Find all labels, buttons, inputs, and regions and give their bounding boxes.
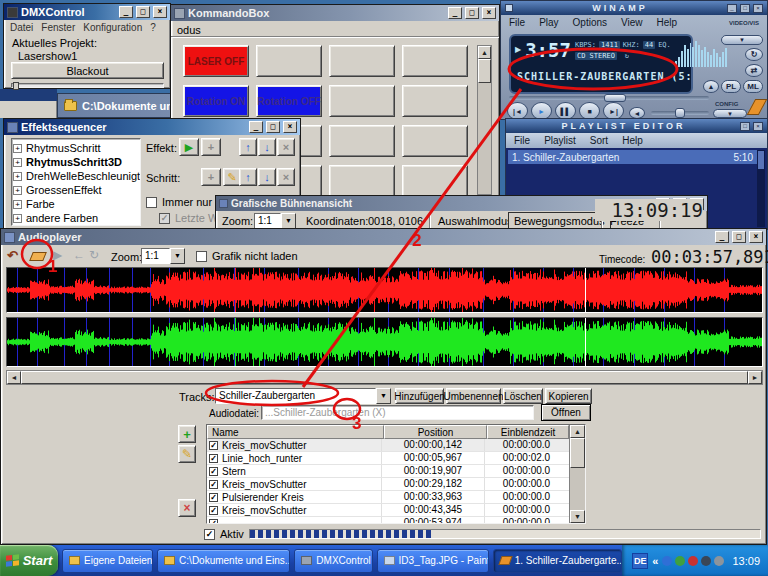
- scroll-right-icon[interactable]: ►: [748, 371, 762, 384]
- edit-effect-icon[interactable]: ✎: [178, 445, 196, 463]
- open-file-button[interactable]: Öffnen: [541, 404, 591, 421]
- tree-item[interactable]: +RhytmusSchritt3D: [13, 155, 139, 169]
- minimize-icon[interactable]: _: [715, 231, 729, 243]
- expand-plus-icon[interactable]: +: [13, 214, 22, 223]
- grafik-checkbox[interactable]: [196, 251, 207, 262]
- messenger-icon[interactable]: [662, 556, 672, 566]
- zoom-select[interactable]: 1:1 ▼: [254, 213, 296, 229]
- maximize-icon[interactable]: □: [266, 121, 280, 133]
- audiofile-field[interactable]: ...Schiller-Zaubergarten (X): [261, 405, 534, 420]
- kommando-button-rotation-on[interactable]: Rotation ON: [183, 85, 249, 117]
- scroll-left-icon[interactable]: ◄: [7, 371, 21, 384]
- minimize-icon[interactable]: _: [727, 4, 737, 13]
- step-up-icon[interactable]: ↑: [239, 168, 257, 186]
- scroll-up-icon[interactable]: ▲: [570, 425, 585, 438]
- winamp-titlebar[interactable]: WINAMP _ □ ×: [501, 1, 767, 15]
- col-name[interactable]: Name: [207, 425, 384, 439]
- playlist-scrollbar[interactable]: [757, 150, 765, 227]
- dmxcontrol-titlebar[interactable]: DMXControl _ □ ×: [4, 4, 170, 20]
- effect-delete-icon[interactable]: ×: [277, 138, 295, 156]
- delete-effect-icon[interactable]: ×: [178, 499, 196, 517]
- menu-help[interactable]: ?: [150, 22, 156, 33]
- kommando-button[interactable]: [329, 45, 395, 77]
- close-icon[interactable]: ×: [753, 4, 763, 13]
- effektsequencer-titlebar[interactable]: Effektsequencer _ □ ×: [4, 119, 300, 135]
- close-icon[interactable]: ×: [153, 6, 167, 18]
- close-icon[interactable]: ×: [749, 231, 763, 243]
- menu-konfiguration[interactable]: Konfiguration: [83, 22, 142, 33]
- task-button-c-dokumente-und-eins-[interactable]: C:\Dokumente und Eins...: [157, 549, 290, 573]
- task-icon[interactable]: [701, 556, 711, 566]
- kommando-button[interactable]: [329, 125, 395, 157]
- kommando-button[interactable]: [402, 45, 468, 77]
- blackout-button[interactable]: Blackout: [11, 62, 164, 79]
- media-library-toggle[interactable]: ML: [743, 80, 763, 93]
- expand-plus-icon[interactable]: +: [13, 158, 22, 167]
- grafik-checkbox-row[interactable]: Grafik nicht laden: [196, 250, 298, 262]
- maximize-icon[interactable]: □: [465, 7, 479, 19]
- rename-track-button[interactable]: Umbenennen: [446, 388, 501, 404]
- winamp-menu-view[interactable]: View: [621, 17, 643, 28]
- minimize-icon[interactable]: _: [448, 7, 462, 19]
- repeat-button-icon[interactable]: ↻: [745, 48, 763, 61]
- waveform-scrollbar[interactable]: ◄ ►: [6, 370, 763, 385]
- ap-zoom-select[interactable]: 1:1 ▼: [141, 248, 185, 264]
- kommando-button[interactable]: [329, 85, 395, 117]
- letzte-checkbox-row[interactable]: ✓ Letzte W: [159, 212, 218, 224]
- effect-down-icon[interactable]: ↓: [258, 138, 276, 156]
- language-indicator[interactable]: DE: [632, 553, 648, 569]
- playlist-toggle[interactable]: PL: [721, 80, 741, 93]
- step-delete-icon[interactable]: ×: [277, 168, 295, 186]
- task-button-eigene-dateien[interactable]: Eigene Dateien: [62, 549, 153, 573]
- row-checkbox[interactable]: ✓: [209, 506, 218, 515]
- kommandobox-titlebar[interactable]: KommandoBox _ □ ×: [171, 5, 499, 21]
- open-audio-icon[interactable]: [29, 248, 47, 266]
- scrollbar-thumb[interactable]: [758, 151, 764, 169]
- refresh-disabled-icon[interactable]: ↻: [89, 248, 107, 266]
- close-icon[interactable]: ×: [482, 7, 496, 19]
- immer-checkbox-row[interactable]: Immer nur ei: [146, 196, 224, 208]
- repeat-icon[interactable]: ↻: [625, 52, 629, 60]
- playlist-menu-file[interactable]: File: [514, 135, 530, 146]
- kommandobox-scrollbar[interactable]: ▲: [477, 45, 492, 195]
- playlist-titlebar[interactable]: PLAYLIST EDITOR □ ×: [506, 119, 767, 133]
- playlist-menu-sort[interactable]: Sort: [590, 135, 608, 146]
- kommando-button[interactable]: [402, 165, 468, 197]
- waveform-right-channel[interactable]: [6, 317, 763, 367]
- minimize-icon[interactable]: _: [249, 121, 263, 133]
- seek-thumb[interactable]: [604, 94, 626, 102]
- table-row[interactable]: ✓Kreis_movSchutter00:00:29,18200:00:00.0: [207, 478, 585, 491]
- kommando-button[interactable]: [256, 45, 322, 77]
- table-row[interactable]: ✓Kreis_movSchutter00:00:00,14200:00:00.0: [207, 439, 585, 452]
- row-checkbox[interactable]: ✓: [209, 467, 218, 476]
- playlist-menu-playlist[interactable]: Playlist: [544, 135, 576, 146]
- menu-datei[interactable]: Datei: [10, 22, 33, 33]
- kommando-button[interactable]: [329, 165, 395, 197]
- table-row[interactable]: ✓Stern00:00:19,90700:00:00.0: [207, 465, 585, 478]
- kommando-button[interactable]: [402, 125, 468, 157]
- tree-item[interactable]: +RhytmusSchritt: [13, 141, 139, 155]
- effect-add-icon[interactable]: +: [201, 138, 221, 156]
- playlist-menu-help[interactable]: Help: [622, 135, 643, 146]
- add-track-button[interactable]: Hinzufügen: [395, 388, 444, 404]
- kommando-button-laser-off[interactable]: LASER OFF: [183, 45, 249, 77]
- expand-plus-icon[interactable]: +: [13, 172, 22, 181]
- tree-item[interactable]: +andere Farben: [13, 211, 139, 225]
- tree-item[interactable]: +GroessenEffekt: [13, 183, 139, 197]
- maximize-icon[interactable]: □: [732, 231, 746, 243]
- seek-slider[interactable]: [509, 96, 709, 100]
- eject-icon[interactable]: ▲: [703, 80, 719, 93]
- media-player-icon[interactable]: [675, 556, 685, 566]
- expand-plus-icon[interactable]: +: [13, 186, 22, 195]
- winamp-song-title[interactable]: SCHILLER-ZAUBERGARTEN (5:22): [511, 67, 691, 82]
- letzte-checkbox[interactable]: ✓: [159, 213, 170, 224]
- effects-table[interactable]: Name Position Einblendzeit ✓Kreis_movSch…: [206, 424, 586, 524]
- chevron-down-icon[interactable]: ▼: [170, 248, 185, 264]
- scrollbar-thumb[interactable]: [478, 59, 491, 83]
- tree-item[interactable]: +Farbe: [13, 197, 139, 211]
- volume-icon[interactable]: ◄: [629, 107, 643, 117]
- aktiv-checkbox[interactable]: ✓: [204, 529, 215, 540]
- kommando-button[interactable]: [402, 85, 468, 117]
- copy-track-button[interactable]: Kopieren: [545, 388, 592, 404]
- scrollbar-thumb[interactable]: [570, 438, 585, 468]
